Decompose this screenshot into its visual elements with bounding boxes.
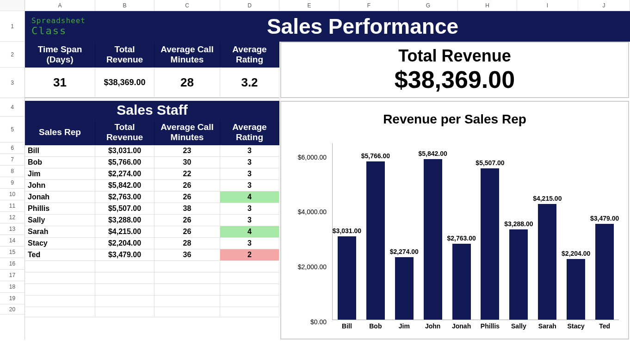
cell-rev[interactable]: $2,204.00 xyxy=(95,238,154,249)
row-header[interactable]: 17 xyxy=(0,270,25,281)
column-header[interactable]: J xyxy=(578,0,630,11)
empty-cell[interactable] xyxy=(25,296,95,307)
row-header[interactable]: 15 xyxy=(0,247,25,258)
empty-cell[interactable] xyxy=(95,272,154,284)
cell-rev[interactable]: $5,507.00 xyxy=(95,203,154,215)
empty-cell[interactable] xyxy=(154,284,220,296)
row-header[interactable]: 14 xyxy=(0,235,25,247)
cell-name[interactable]: Ted xyxy=(25,249,95,261)
select-all-corner[interactable] xyxy=(0,0,25,11)
row-header[interactable]: 20 xyxy=(0,304,25,315)
column-header[interactable]: C xyxy=(154,0,220,11)
row-header[interactable]: 10 xyxy=(0,189,25,200)
cell-mins[interactable]: 26 xyxy=(154,180,220,191)
empty-cell[interactable] xyxy=(154,261,220,272)
cell-name[interactable]: Bob xyxy=(25,157,95,168)
empty-cell[interactable] xyxy=(95,296,154,307)
cell-rating[interactable]: 3 xyxy=(220,215,279,226)
table-row[interactable]: John$5,842.00263 xyxy=(25,180,279,191)
empty-cell[interactable] xyxy=(95,284,154,296)
val-avg-rating[interactable]: 3.2 xyxy=(220,68,279,98)
cell-rev[interactable]: $2,763.00 xyxy=(95,191,154,203)
cell-mins[interactable]: 26 xyxy=(154,215,220,226)
cell-rating[interactable]: 3 xyxy=(220,157,279,168)
val-time-span[interactable]: 31 xyxy=(25,68,95,98)
table-row[interactable]: Jonah$2,763.00264 xyxy=(25,191,279,203)
empty-cell[interactable] xyxy=(95,261,154,272)
cell-rating[interactable]: 3 xyxy=(220,145,279,157)
row-header[interactable]: 11 xyxy=(0,200,25,212)
cell-name[interactable]: John xyxy=(25,180,95,191)
table-row[interactable]: Sally$3,288.00263 xyxy=(25,215,279,226)
empty-cell[interactable] xyxy=(220,284,279,296)
cell-rating[interactable]: 3 xyxy=(220,203,279,215)
cell-rev[interactable]: $2,274.00 xyxy=(95,168,154,180)
cell-rev[interactable]: $5,842.00 xyxy=(95,180,154,191)
column-header[interactable]: H xyxy=(458,0,517,11)
empty-cell[interactable] xyxy=(154,272,220,284)
table-row[interactable]: Stacy$2,204.00283 xyxy=(25,238,279,249)
cell-rating[interactable]: 4 xyxy=(220,191,279,203)
row-header[interactable]: 2 xyxy=(0,42,25,68)
cell-rev[interactable]: $3,479.00 xyxy=(95,249,154,261)
table-row[interactable]: Sarah$4,215.00264 xyxy=(25,226,279,238)
empty-cell[interactable] xyxy=(25,261,95,272)
row-header[interactable]: 3 xyxy=(0,68,25,98)
table-row[interactable]: Jim$2,274.00223 xyxy=(25,168,279,180)
empty-cell[interactable] xyxy=(154,296,220,307)
cell-rev[interactable]: $3,288.00 xyxy=(95,215,154,226)
row-header[interactable]: 6 xyxy=(0,142,25,154)
empty-cell[interactable] xyxy=(220,296,279,307)
cell-rev[interactable]: $3,031.00 xyxy=(95,145,154,157)
row-header[interactable]: 16 xyxy=(0,258,25,270)
table-row[interactable]: Bob$5,766.00303 xyxy=(25,157,279,168)
empty-cell[interactable] xyxy=(25,272,95,284)
column-header[interactable]: D xyxy=(220,0,279,11)
row-header[interactable]: 13 xyxy=(0,223,25,235)
cell-rating[interactable]: 3 xyxy=(220,238,279,249)
column-header[interactable]: B xyxy=(95,0,154,11)
row-header[interactable]: 18 xyxy=(0,281,25,293)
row-header[interactable]: 1 xyxy=(0,11,25,42)
cell-rating[interactable]: 3 xyxy=(220,180,279,191)
val-total-rev[interactable]: $38,369.00 xyxy=(95,68,154,98)
table-row[interactable]: Bill$3,031.00233 xyxy=(25,145,279,157)
cell-mins[interactable]: 28 xyxy=(154,238,220,249)
column-header[interactable]: F xyxy=(340,0,399,11)
empty-cell[interactable] xyxy=(154,307,220,317)
cell-name[interactable]: Sally xyxy=(25,215,95,226)
empty-cell[interactable] xyxy=(25,307,95,317)
empty-cell[interactable] xyxy=(220,307,279,317)
table-row[interactable]: Phillis$5,507.00383 xyxy=(25,203,279,215)
cell-name[interactable]: Stacy xyxy=(25,238,95,249)
cell-rating[interactable]: 4 xyxy=(220,226,279,238)
row-header[interactable]: 12 xyxy=(0,212,25,223)
cell-rev[interactable]: $5,766.00 xyxy=(95,157,154,168)
row-header[interactable]: 5 xyxy=(0,117,25,142)
row-header[interactable]: 7 xyxy=(0,154,25,166)
cell-mins[interactable]: 22 xyxy=(154,168,220,180)
cell-name[interactable]: Jim xyxy=(25,168,95,180)
column-header[interactable]: I xyxy=(517,0,578,11)
row-header[interactable]: 9 xyxy=(0,177,25,189)
cell-name[interactable]: Sarah xyxy=(25,226,95,238)
empty-cell[interactable] xyxy=(25,284,95,296)
cell-rating[interactable]: 2 xyxy=(220,249,279,261)
cell-rating[interactable]: 3 xyxy=(220,168,279,180)
row-header[interactable]: 4 xyxy=(0,98,25,117)
table-row[interactable]: Ted$3,479.00362 xyxy=(25,249,279,261)
cell-name[interactable]: Jonah xyxy=(25,191,95,203)
cell-rev[interactable]: $4,215.00 xyxy=(95,226,154,238)
column-header[interactable]: G xyxy=(399,0,458,11)
cell-mins[interactable]: 36 xyxy=(154,249,220,261)
empty-cell[interactable] xyxy=(220,261,279,272)
column-header[interactable]: A xyxy=(25,0,95,11)
empty-cell[interactable] xyxy=(220,272,279,284)
cell-mins[interactable]: 26 xyxy=(154,191,220,203)
cell-mins[interactable]: 26 xyxy=(154,226,220,238)
cell-name[interactable]: Phillis xyxy=(25,203,95,215)
row-header[interactable]: 19 xyxy=(0,293,25,304)
cell-mins[interactable]: 23 xyxy=(154,145,220,157)
cell-mins[interactable]: 38 xyxy=(154,203,220,215)
sheet-content[interactable]: Spreadsheet Class Sales Performance Time… xyxy=(25,11,630,339)
